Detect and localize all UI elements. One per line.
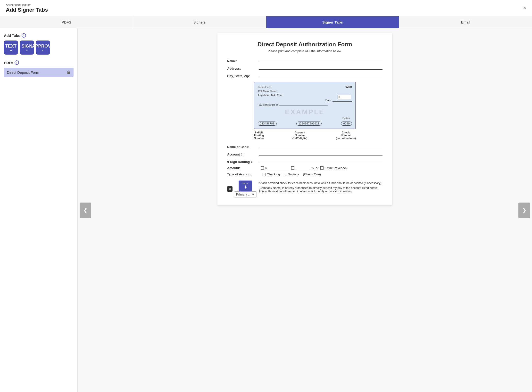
sign-tab-down-icon: ⬇ [244, 185, 247, 189]
city-line [259, 73, 382, 77]
amount-dollar-checkbox[interactable] [261, 166, 264, 170]
routing-label: 9-Digit Routing #: [227, 160, 259, 164]
check-amount-box: $ [338, 95, 351, 99]
delete-pdf-icon[interactable]: 🗑 [67, 70, 71, 74]
account-type-row: Type of Account: Checking Savings (Check… [227, 172, 382, 176]
check-container: John Jones 124 Main Street Anywhere, MA … [254, 82, 356, 140]
bank-label: Name of Bank: [227, 145, 259, 149]
amount-percent-checkbox[interactable] [291, 166, 294, 170]
note-text: Attach a voided check for each bank acco… [259, 181, 382, 185]
savings-field: Savings [284, 172, 299, 176]
account-number-oval: 1234567891011 [296, 122, 322, 126]
document: Direct Deposit Authorization Form Please… [217, 33, 392, 205]
note-section: Attach a voided check for each bank acco… [259, 179, 382, 193]
form-row-city: City, State, Zip: [227, 73, 382, 78]
check-payer-name: John Jones [258, 85, 283, 89]
check-one-note: (Check One) [303, 172, 321, 176]
form-row-account: Account #: [227, 151, 382, 156]
add-tabs-label: Add Tabs i [4, 33, 74, 38]
nav-prev-button[interactable]: ❮ [80, 203, 91, 218]
check-routing-row: 123456789 1234567891011 0289 [258, 122, 352, 126]
sign-and-note-row: ✕ SIGN ⬇ Primary ... ▼ [227, 179, 382, 197]
entire-paycheck-checkbox[interactable] [320, 166, 324, 170]
document-subtitle: Please print and complete ALL the inform… [227, 49, 382, 53]
app-container: DOCUSIGN INPUT Add Signer Tabs × PDFS Si… [0, 0, 532, 392]
amount-dollar-field: $ [261, 166, 289, 170]
text-tab-icon: Tt [10, 49, 12, 52]
nav-right-arrow-icon: ❯ [522, 207, 526, 213]
nav-left-arrow-icon: ❮ [83, 207, 88, 213]
add-tabs-section: Add Tabs i TEXT Tt SIGN ⬇ APPROVE ✓ [4, 33, 74, 55]
check-label-checknumber: Check Number (do not include) [336, 131, 356, 140]
city-label: City, State, Zip: [227, 74, 259, 78]
check-payto: Pay to the order of: $ [258, 104, 352, 106]
address-line [259, 65, 382, 70]
checking-checkbox[interactable] [263, 173, 266, 176]
bottom-form: Name of Bank: Account #: 9-Digit Routing… [227, 144, 382, 164]
check-payer-address: 124 Main Street [258, 89, 283, 93]
sign-tab-close-button[interactable]: ✕ [227, 186, 233, 192]
routing-line [259, 159, 382, 163]
account-type-label: Type of Account: [227, 172, 259, 176]
tab-buttons-group: TEXT Tt SIGN ⬇ APPROVE ✓ [4, 41, 74, 55]
add-tabs-info-icon[interactable]: i [22, 33, 26, 38]
sign-tab-top-label: SIGN [21, 44, 32, 49]
amount-pct-line [295, 166, 310, 170]
form-row-address: Address: [227, 65, 382, 70]
check-label-routing: 9 digit Routing Number [254, 131, 264, 140]
signer-dropdown[interactable]: Primary ... ▼ [234, 191, 257, 197]
dollar-sign: $ [265, 166, 266, 170]
pdfs-info-icon[interactable]: i [15, 60, 19, 65]
check-payto-label: Pay to the order of: [258, 104, 278, 106]
signer-dropdown-value: Primary ... [236, 193, 250, 196]
tab-email[interactable]: Email [399, 16, 532, 28]
check-date-label: Date [325, 99, 331, 102]
document-title: Direct Deposit Authorization Form [227, 41, 382, 48]
check-payer-city: Anywhere, MA 02345 [258, 93, 283, 97]
signer-dropdown-arrow: ▼ [251, 193, 255, 196]
tab-pdfs[interactable]: PDFS [0, 16, 133, 28]
form-row-routing: 9-Digit Routing #: [227, 159, 382, 164]
pdf-list-item[interactable]: Direct Deposit Form 🗑 [4, 68, 74, 77]
form-row-bank: Name of Bank: [227, 144, 382, 149]
nav-next-button[interactable]: ❯ [518, 203, 530, 218]
close-button[interactable]: × [523, 5, 526, 11]
header-title: Add Signer Tabs [6, 7, 526, 13]
entire-paycheck-field: Entire Paycheck [320, 166, 347, 170]
savings-checkbox[interactable] [284, 173, 287, 176]
text-tab-button[interactable]: TEXT Tt [4, 41, 18, 55]
sign-tab-btn-container: SIGN ⬇ Primary ... ▼ [234, 180, 257, 197]
account-label: Account #: [227, 153, 259, 156]
name-label: Name: [227, 59, 259, 63]
text-tab-top-label: TEXT [5, 44, 17, 49]
check-payto-line [279, 106, 328, 106]
pdf-item-name: Direct Deposit Form [7, 70, 39, 74]
header-subtitle: DOCUSIGN INPUT [6, 4, 526, 7]
check-payer-info: John Jones 124 Main Street Anywhere, MA … [258, 85, 283, 97]
tabs-bar: PDFS Signers Signer Tabs Email [0, 16, 532, 28]
amount-or-text: or [316, 166, 319, 170]
routing-number-oval: 123456789 [258, 122, 277, 126]
savings-label: Savings [288, 172, 299, 176]
sign-tab-widget: ✕ SIGN ⬇ Primary ... ▼ [227, 180, 257, 197]
body-layout: Add Tabs i TEXT Tt SIGN ⬇ APPROVE ✓ [0, 28, 532, 392]
tab-signer-tabs[interactable]: Signer Tabs [266, 16, 399, 28]
amount-label: Amount: [227, 166, 259, 170]
sign-tab-draggable[interactable]: SIGN ⬇ [239, 180, 252, 191]
check-dollars-label: Dollars [258, 117, 352, 120]
sign-tab-icon: ⬇ [26, 49, 28, 52]
approve-tab-icon: ✓ [42, 49, 44, 52]
entire-paycheck-label: Entire Paycheck [324, 166, 347, 170]
approve-tab-button[interactable]: APPROVE ✓ [36, 41, 50, 55]
check-labels: 9 digit Routing Number Account Number (1… [254, 131, 356, 140]
amount-percent-field: % [291, 166, 314, 170]
approve-tab-top-label: APPROVE [32, 44, 54, 49]
address-label: Address: [227, 67, 259, 70]
checking-field: Checking [263, 172, 280, 176]
tab-signers[interactable]: Signers [133, 16, 266, 28]
check-image: John Jones 124 Main Street Anywhere, MA … [254, 82, 356, 129]
content-area: ❮ Direct Deposit Authorization Form Plea… [78, 28, 532, 392]
amount-dollar-line [267, 166, 289, 170]
checking-label: Checking [267, 172, 280, 176]
auth-text: [Company Name] is hereby authorized to d… [259, 186, 382, 193]
